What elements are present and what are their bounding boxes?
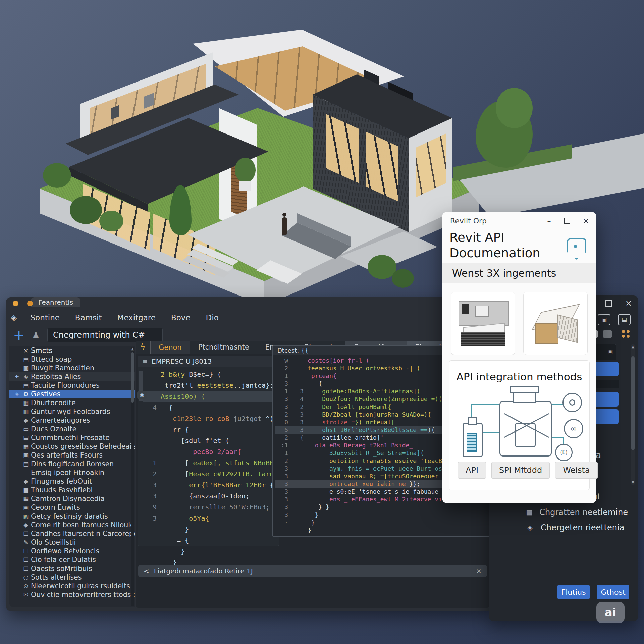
sidebar-item[interactable]: ≡ Emsig ipeof Fitnoakin — [9, 468, 135, 477]
list-item[interactable]: ◈ Chergeten rieettenia — [525, 520, 628, 535]
menu-item[interactable]: Sontine — [30, 313, 59, 322]
sidebar-item[interactable]: ◆ Camerteaiugores — [9, 416, 135, 425]
sidebar-item[interactable]: × Smcts — [9, 346, 135, 355]
sidebar-item[interactable]: ▣ Ceoorn Euwits — [9, 503, 135, 512]
sidebar-item-label: Ruvglt Bamoditien — [31, 364, 94, 372]
editor-tab[interactable]: Genon — [150, 341, 190, 354]
sidebar-item[interactable]: ✉ Ouv ctie metovrerltrers ttodscidors — [9, 590, 135, 599]
scrollbar-thumb[interactable] — [131, 352, 134, 402]
sidebar-item[interactable]: ▤ Tacuite Floonudures — [9, 381, 135, 390]
editor-tab[interactable]: Ptcnditmasnte — [190, 341, 257, 354]
list-item[interactable]: ▦ Chgratten neetlemine — [525, 504, 628, 520]
code-text: sad vaonau R; =[tfcuSOreoeouer {} — [308, 473, 449, 480]
sidebar-item[interactable]: ☐ Candhes ltaursent n Carcorepeten — [9, 529, 135, 538]
sidebar-item[interactable]: ✚ ◈ Restoitsa Alies — [9, 372, 135, 381]
code-lines[interactable]: 2 b&(y B$ec=} ( tro2t'l eestsetse..jantc… — [143, 369, 279, 579]
sidebar-item[interactable]: ▤ Cummbruethi Fresoate — [9, 433, 135, 442]
add-icon[interactable]: + — [11, 327, 27, 343]
thumbnail-card[interactable] — [523, 292, 588, 355]
search-input[interactable]: Cnegremnting with C# — [47, 328, 163, 342]
sidebar-item[interactable]: ▦ Coustos greseibsse Behedeaieo — [9, 442, 135, 451]
menu-item[interactable]: Bove — [171, 313, 191, 322]
sidebar-item-icon: × — [21, 347, 31, 354]
close-icon[interactable]: × — [625, 299, 632, 308]
sidebar-item[interactable]: ▥ Guntur wyd Feolcbards — [9, 407, 135, 416]
line-number: 1 — [275, 449, 292, 457]
sidebar-scrollbar[interactable]: ▲ — [131, 347, 134, 606]
sidebar-item-label: Ducs Oznaite — [31, 425, 76, 433]
menu-item[interactable]: Mexitgare — [117, 313, 156, 322]
code-text: } — [308, 511, 319, 518]
status-close-icon[interactable]: × — [476, 567, 482, 575]
line-number: 2 — [275, 434, 292, 441]
sidebar-item[interactable]: ▣ Qes arterfaits Fsours — [9, 451, 135, 460]
sidebar-item[interactable]: ○ Sotts alterlises — [9, 573, 135, 582]
code-text: err{l'BEsBBar 12E0r {} {} — [161, 481, 290, 489]
menu-item[interactable]: Bamsit — [75, 313, 102, 322]
gutter-badge-icon[interactable]: ◉ — [137, 391, 147, 399]
file-path-bar: ≡ EMPRESC U J8013 — [138, 356, 279, 367]
sidebar-item-label: Camtron Disynacedia — [31, 495, 105, 503]
sidebar-item-label: Gestives — [31, 390, 60, 398]
toolbar-icon[interactable]: ▤ — [618, 314, 631, 325]
code-text: oatiilee aratio]' — [308, 434, 384, 441]
sidebar-item-label: Guntur wyd Feolcbards — [31, 408, 110, 416]
sidebar-item[interactable]: ▦ Camtron Disynacedia — [9, 494, 135, 503]
sidebar-item[interactable]: ✎ Olo Stoeillstii — [9, 538, 135, 547]
sidebar-item[interactable]: ◆ Flnugmas febOuit — [9, 477, 135, 486]
sidebar-item-label: Restoitsa Alies — [31, 373, 81, 381]
traffic-dot-icon[interactable] — [13, 301, 18, 306]
footer-button[interactable]: Flutius — [557, 585, 590, 599]
sidebar-item[interactable]: ▣ Ruvglt Bamoditien — [9, 364, 135, 372]
sidebar-item[interactable]: ▦ Dhurtocodite — [9, 398, 135, 407]
sidebar-item[interactable]: ◈ ⚙ Gestives — [9, 390, 135, 398]
tree-right-crown-2 — [496, 88, 533, 128]
sidebar-item[interactable]: ■ Thuuds Fasvhflebi — [9, 486, 135, 494]
code-text: Assis10o) ( — [161, 392, 205, 400]
scrollbar-thumb[interactable] — [631, 356, 635, 450]
scroll-up-icon[interactable]: ▲ — [631, 345, 635, 349]
sidebar-item-label: Qes arterfaits Fsours — [31, 451, 103, 459]
thumbnail-card[interactable] — [451, 292, 515, 355]
scroll-up-icon[interactable]: ▲ — [131, 347, 134, 351]
back-icon[interactable]: < — [144, 567, 149, 575]
method-button[interactable]: API — [458, 462, 486, 479]
input-icon: ▣ — [607, 348, 613, 355]
list-item-icon: ◈ — [525, 524, 535, 532]
export-icon[interactable]: ♟ — [27, 330, 45, 340]
section-title: Wenst 3X ingements — [452, 267, 556, 279]
menu-item[interactable]: Dio — [206, 313, 219, 322]
scroll-down-icon[interactable]: ▼ — [631, 480, 635, 484]
sidebar-item[interactable]: ☐ Cio fela cer Dulatis — [9, 555, 135, 564]
ide-window: Feanrentls ◈ SontineBamsitMexitgareBoveD… — [6, 297, 492, 611]
footer-button[interactable]: Gthost — [597, 585, 629, 599]
grid-dots-icon[interactable] — [622, 330, 631, 338]
close-icon[interactable]: × — [583, 217, 589, 225]
line-number: 4 — [143, 404, 161, 412]
mid-swatch[interactable] — [603, 330, 612, 338]
sidebar-item[interactable]: ▤ Bttecd soap — [9, 355, 135, 364]
sidebar-item[interactable]: ◆ Come rit bosn ltamucs Nlloules — [9, 521, 135, 529]
code-text: ohst 10rl'eoPtsrsBeOltssce ==)( — [308, 426, 435, 433]
line-number: 1 — [275, 372, 292, 379]
sidebar-item[interactable]: ☐ Oorfiewo Betvioncis — [9, 547, 135, 555]
code-line: · } — [275, 519, 490, 526]
code-text: ola eBs Decaeg t2kn1 Bside_ — [308, 442, 413, 449]
sidebar-item[interactable]: ▨ Getcy festinsiy daratis — [9, 512, 135, 521]
code-text: strolze =}) nrteual[ — [308, 419, 395, 426]
line-number: 3 — [275, 473, 292, 480]
traffic-dot-icon[interactable] — [27, 301, 33, 306]
panel-scrollbar[interactable]: ▲ ▼ — [631, 344, 635, 485]
toolbar-icon[interactable]: ▣ — [598, 314, 610, 325]
method-button[interactable]: SPI Mftddd — [491, 462, 550, 479]
window-tab[interactable]: Feanrentls — [31, 297, 80, 307]
method-button[interactable]: Weista — [555, 462, 597, 479]
sidebar-item[interactable]: ▤ Dins flogificand Romsen — [9, 460, 135, 468]
minimize-icon[interactable]: – — [547, 217, 551, 225]
inner-bottle-shape — [515, 423, 536, 447]
sidebar-item[interactable]: ▭ Ducs Oznaite — [9, 425, 135, 433]
sidebar-item[interactable]: ☐ Oaests soMrtibuis — [9, 564, 135, 573]
maximize-icon[interactable] — [605, 300, 612, 307]
maximize-icon[interactable] — [564, 218, 570, 224]
sidebar-item[interactable]: ⊙ Nleerwcicotil guiras rsuidelts — [9, 582, 135, 590]
